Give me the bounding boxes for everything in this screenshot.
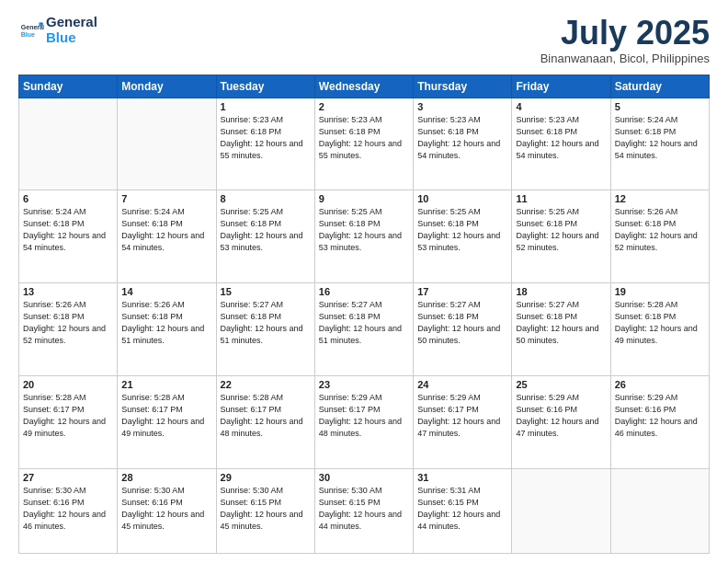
weekday-header-tuesday: Tuesday (216, 75, 314, 98)
day-number: 16 (319, 286, 409, 297)
day-info: Sunrise: 5:25 AM Sunset: 6:18 PM Dayligh… (516, 206, 606, 254)
calendar-cell: 1Sunrise: 5:23 AM Sunset: 6:18 PM Daylig… (216, 98, 314, 190)
day-number: 17 (417, 286, 507, 297)
svg-text:Blue: Blue (21, 31, 35, 38)
day-number: 14 (121, 286, 211, 297)
logo-blue: Blue (46, 29, 76, 45)
calendar-week-row: 27Sunrise: 5:30 AM Sunset: 6:16 PM Dayli… (19, 468, 710, 553)
calendar-cell: 30Sunrise: 5:30 AM Sunset: 6:15 PM Dayli… (314, 468, 413, 553)
svg-rect-0 (19, 18, 42, 41)
day-info: Sunrise: 5:27 AM Sunset: 6:18 PM Dayligh… (516, 299, 606, 347)
day-info: Sunrise: 5:24 AM Sunset: 6:18 PM Dayligh… (615, 114, 705, 162)
day-number: 5 (615, 101, 705, 112)
calendar-cell (118, 98, 216, 190)
day-info: Sunrise: 5:26 AM Sunset: 6:18 PM Dayligh… (121, 299, 211, 347)
day-number: 9 (319, 193, 409, 204)
calendar-cell (512, 468, 610, 553)
calendar-cell: 25Sunrise: 5:29 AM Sunset: 6:16 PM Dayli… (512, 375, 610, 468)
day-number: 18 (516, 286, 606, 297)
weekday-header-saturday: Saturday (610, 75, 709, 98)
day-info: Sunrise: 5:26 AM Sunset: 6:18 PM Dayligh… (615, 206, 705, 254)
calendar-cell: 17Sunrise: 5:27 AM Sunset: 6:18 PM Dayli… (414, 283, 512, 376)
day-number: 15 (221, 286, 311, 297)
day-info: Sunrise: 5:28 AM Sunset: 6:18 PM Dayligh… (615, 299, 705, 347)
calendar-cell: 24Sunrise: 5:29 AM Sunset: 6:17 PM Dayli… (414, 375, 512, 468)
day-number: 3 (417, 101, 507, 112)
calendar-cell: 3Sunrise: 5:23 AM Sunset: 6:18 PM Daylig… (414, 98, 512, 190)
calendar-cell (610, 468, 709, 553)
calendar-week-row: 13Sunrise: 5:26 AM Sunset: 6:18 PM Dayli… (19, 283, 710, 376)
calendar-cell: 13Sunrise: 5:26 AM Sunset: 6:18 PM Dayli… (19, 283, 118, 376)
calendar-cell: 10Sunrise: 5:25 AM Sunset: 6:18 PM Dayli… (414, 190, 512, 283)
day-number: 8 (221, 193, 311, 204)
calendar-cell: 6Sunrise: 5:24 AM Sunset: 6:18 PM Daylig… (19, 190, 118, 283)
day-info: Sunrise: 5:27 AM Sunset: 6:18 PM Dayligh… (319, 299, 409, 347)
day-info: Sunrise: 5:29 AM Sunset: 6:16 PM Dayligh… (516, 392, 606, 440)
calendar-cell: 26Sunrise: 5:29 AM Sunset: 6:16 PM Dayli… (610, 375, 709, 468)
calendar-cell: 28Sunrise: 5:30 AM Sunset: 6:16 PM Dayli… (118, 468, 216, 553)
calendar-cell: 27Sunrise: 5:30 AM Sunset: 6:16 PM Dayli… (19, 468, 118, 553)
day-info: Sunrise: 5:24 AM Sunset: 6:18 PM Dayligh… (121, 206, 211, 254)
calendar-header-row: SundayMondayTuesdayWednesdayThursdayFrid… (19, 75, 710, 98)
calendar-week-row: 20Sunrise: 5:28 AM Sunset: 6:17 PM Dayli… (19, 375, 710, 468)
day-number: 19 (615, 286, 705, 297)
day-number: 23 (319, 379, 409, 390)
day-number: 13 (23, 286, 113, 297)
calendar-cell: 11Sunrise: 5:25 AM Sunset: 6:18 PM Dayli… (512, 190, 610, 283)
weekday-header-friday: Friday (512, 75, 610, 98)
day-number: 26 (615, 379, 705, 390)
day-info: Sunrise: 5:26 AM Sunset: 6:18 PM Dayligh… (23, 299, 113, 347)
day-number: 1 (221, 101, 311, 112)
calendar-cell: 23Sunrise: 5:29 AM Sunset: 6:17 PM Dayli… (314, 375, 413, 468)
calendar-cell: 8Sunrise: 5:25 AM Sunset: 6:18 PM Daylig… (216, 190, 314, 283)
calendar-cell: 9Sunrise: 5:25 AM Sunset: 6:18 PM Daylig… (314, 190, 413, 283)
day-info: Sunrise: 5:29 AM Sunset: 6:17 PM Dayligh… (417, 392, 507, 440)
calendar-cell: 31Sunrise: 5:31 AM Sunset: 6:15 PM Dayli… (414, 468, 512, 553)
calendar-cell: 14Sunrise: 5:26 AM Sunset: 6:18 PM Dayli… (118, 283, 216, 376)
day-info: Sunrise: 5:24 AM Sunset: 6:18 PM Dayligh… (23, 206, 113, 254)
month-title: July 2025 (540, 15, 710, 52)
day-info: Sunrise: 5:23 AM Sunset: 6:18 PM Dayligh… (417, 114, 507, 162)
day-info: Sunrise: 5:27 AM Sunset: 6:18 PM Dayligh… (417, 299, 507, 347)
day-info: Sunrise: 5:28 AM Sunset: 6:17 PM Dayligh… (23, 392, 113, 440)
day-info: Sunrise: 5:31 AM Sunset: 6:15 PM Dayligh… (417, 485, 507, 533)
header: General Blue General Blue July 2025 Bina… (18, 15, 710, 65)
day-info: Sunrise: 5:30 AM Sunset: 6:16 PM Dayligh… (121, 485, 211, 533)
day-number: 22 (221, 379, 311, 390)
day-info: Sunrise: 5:23 AM Sunset: 6:18 PM Dayligh… (221, 114, 311, 162)
calendar-cell: 7Sunrise: 5:24 AM Sunset: 6:18 PM Daylig… (118, 190, 216, 283)
calendar-cell: 4Sunrise: 5:23 AM Sunset: 6:18 PM Daylig… (512, 98, 610, 190)
day-info: Sunrise: 5:27 AM Sunset: 6:18 PM Dayligh… (221, 299, 311, 347)
weekday-header-monday: Monday (118, 75, 216, 98)
calendar-cell: 2Sunrise: 5:23 AM Sunset: 6:18 PM Daylig… (314, 98, 413, 190)
calendar-cell: 19Sunrise: 5:28 AM Sunset: 6:18 PM Dayli… (610, 283, 709, 376)
day-number: 25 (516, 379, 606, 390)
day-number: 31 (417, 472, 507, 483)
day-number: 29 (221, 472, 311, 483)
page: General Blue General Blue July 2025 Bina… (0, 0, 728, 563)
day-info: Sunrise: 5:23 AM Sunset: 6:18 PM Dayligh… (516, 114, 606, 162)
location: Binanwanaan, Bicol, Philippines (540, 52, 710, 65)
day-number: 12 (615, 193, 705, 204)
title-block: July 2025 Binanwanaan, Bicol, Philippine… (540, 15, 710, 65)
weekday-header-sunday: Sunday (19, 75, 118, 98)
logo-general: General (46, 14, 97, 29)
calendar-cell (19, 98, 118, 190)
day-info: Sunrise: 5:28 AM Sunset: 6:17 PM Dayligh… (121, 392, 211, 440)
day-number: 4 (516, 101, 606, 112)
day-info: Sunrise: 5:25 AM Sunset: 6:18 PM Dayligh… (221, 206, 311, 254)
logo-text: General Blue (46, 15, 97, 45)
calendar-cell: 15Sunrise: 5:27 AM Sunset: 6:18 PM Dayli… (216, 283, 314, 376)
day-number: 24 (417, 379, 507, 390)
day-number: 11 (516, 193, 606, 204)
day-info: Sunrise: 5:25 AM Sunset: 6:18 PM Dayligh… (417, 206, 507, 254)
day-info: Sunrise: 5:29 AM Sunset: 6:17 PM Dayligh… (319, 392, 409, 440)
day-info: Sunrise: 5:23 AM Sunset: 6:18 PM Dayligh… (319, 114, 409, 162)
calendar-table: SundayMondayTuesdayWednesdayThursdayFrid… (18, 75, 710, 554)
day-info: Sunrise: 5:30 AM Sunset: 6:15 PM Dayligh… (319, 485, 409, 533)
calendar-cell: 22Sunrise: 5:28 AM Sunset: 6:17 PM Dayli… (216, 375, 314, 468)
day-info: Sunrise: 5:29 AM Sunset: 6:16 PM Dayligh… (615, 392, 705, 440)
day-info: Sunrise: 5:30 AM Sunset: 6:15 PM Dayligh… (221, 485, 311, 533)
day-number: 20 (23, 379, 113, 390)
day-number: 2 (319, 101, 409, 112)
